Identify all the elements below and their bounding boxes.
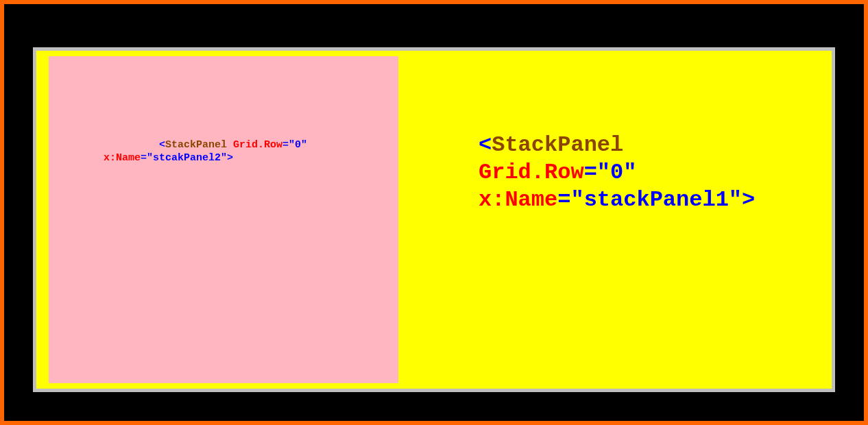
outer-black-frame: <StackPanel Grid.Row="0" x:Name="stcakPa…: [4, 4, 864, 421]
gray-frame: <StackPanel Grid.Row="0" x:Name="stcakPa…: [33, 47, 835, 392]
code-token: x:Name: [479, 187, 557, 212]
right-code-block: <StackPanel Grid.Row="0" x:Name="stackPa…: [479, 132, 755, 214]
code-token: ="stcakPanel2">: [141, 152, 233, 164]
code-token: Grid.Row: [233, 139, 282, 151]
yellow-panel: <StackPanel Grid.Row="0" x:Name="stcakPa…: [36, 51, 832, 389]
code-token: ="0": [282, 139, 307, 151]
code-token: [104, 139, 159, 151]
code-token: Grid.Row: [479, 160, 584, 185]
code-token: ="0": [584, 160, 637, 185]
code-token: StackPanel: [165, 139, 233, 151]
code-token: x:Name: [104, 152, 141, 164]
pink-panel: <StackPanel Grid.Row="0" x:Name="stcakPa…: [49, 56, 398, 383]
code-token: ="stackPanel1">: [557, 187, 755, 212]
code-token: <: [479, 132, 492, 158]
left-code-block: <StackPanel Grid.Row="0" x:Name="stcakPa…: [104, 138, 307, 165]
code-token: StackPanel: [492, 132, 623, 158]
code-token: <: [159, 139, 165, 151]
